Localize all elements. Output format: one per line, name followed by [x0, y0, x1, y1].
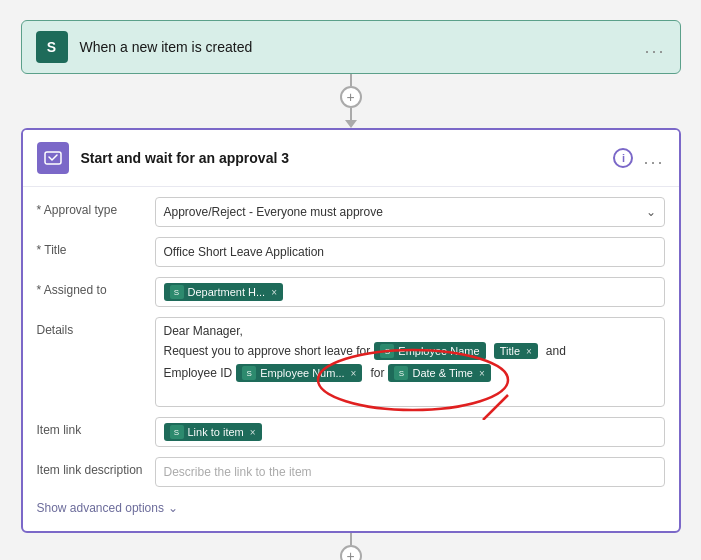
details-dear-manager: Dear Manager, [164, 324, 243, 338]
token-icon-2: S [380, 344, 394, 358]
assigned-to-input[interactable]: S Department H... × [155, 277, 665, 307]
add-step-button-bottom[interactable]: + [340, 545, 362, 560]
token-icon: S [170, 285, 184, 299]
add-step-button-top[interactable]: + [340, 86, 362, 108]
details-line-3: Employee ID S Employee Num... × for S Da… [164, 364, 656, 382]
show-advanced-button[interactable]: Show advanced options ⌄ [37, 497, 665, 521]
details-and-text: and [546, 344, 566, 358]
show-advanced-label: Show advanced options [37, 501, 164, 515]
approval-type-dropdown[interactable]: Approve/Reject - Everyone must approve ⌄ [155, 197, 665, 227]
trigger-icon: S [36, 31, 68, 63]
employee-num-token-close[interactable]: × [351, 368, 357, 379]
item-link-desc-label: Item link description [37, 457, 147, 477]
item-link-input[interactable]: S Link to item × [155, 417, 665, 447]
details-request-text: Request you to approve short leave for [164, 344, 371, 358]
token-icon-5: S [170, 425, 184, 439]
bottom-connector-line [350, 533, 352, 545]
action-header-icons: i ... [613, 148, 664, 169]
top-connector: + [340, 74, 362, 128]
title-label: * Title [37, 237, 147, 257]
details-row: Details Dear Manager, Request you to app… [37, 317, 665, 407]
item-link-token: S Link to item × [164, 423, 262, 441]
title-token: Title × [494, 343, 538, 359]
trigger-title: When a new item is created [80, 39, 633, 55]
item-link-desc-row: Item link description Describe the link … [37, 457, 665, 487]
connector-line-2 [350, 108, 352, 120]
datetime-token-label: Date & Time [412, 367, 473, 379]
assigned-to-token: S Department H... × [164, 283, 283, 301]
item-link-desc-placeholder: Describe the link to the item [164, 465, 312, 479]
employee-num-token-label: Employee Num... [260, 367, 344, 379]
trigger-ellipsis-button[interactable]: ... [644, 37, 665, 58]
info-button[interactable]: i [613, 148, 633, 168]
title-token-label: Title [500, 345, 520, 357]
chevron-down-icon: ⌄ [646, 205, 656, 219]
item-link-token-close[interactable]: × [250, 427, 256, 438]
details-for-text: for [370, 366, 384, 380]
form-body: * Approval type Approve/Reject - Everyon… [23, 187, 679, 531]
datetime-token: S Date & Time × [388, 364, 490, 382]
item-link-row: Item link S Link to item × [37, 417, 665, 447]
assigned-to-token-label: Department H... [188, 286, 266, 298]
item-link-token-label: Link to item [188, 426, 244, 438]
connector-line-1 [350, 74, 352, 86]
assigned-to-row: * Assigned to S Department H... × [37, 277, 665, 307]
bottom-connector: + [340, 533, 362, 560]
details-input[interactable]: Dear Manager, Request you to approve sho… [155, 317, 665, 407]
approval-type-value: Approve/Reject - Everyone must approve [164, 205, 383, 219]
approval-type-row: * Approval type Approve/Reject - Everyon… [37, 197, 665, 227]
action-icon [37, 142, 69, 174]
token-icon-4: S [394, 366, 408, 380]
title-input[interactable]: Office Short Leave Application [155, 237, 665, 267]
chevron-down-icon-2: ⌄ [168, 501, 178, 515]
flow-container: S When a new item is created ... + Start… [21, 20, 681, 560]
details-line-1: Dear Manager, [164, 324, 656, 338]
action-ellipsis-button[interactable]: ... [643, 148, 664, 169]
details-line-2: Request you to approve short leave for S… [164, 342, 656, 360]
assigned-to-token-close[interactable]: × [271, 287, 277, 298]
employee-name-token-label: Employee Name [398, 345, 479, 357]
employee-num-token: S Employee Num... × [236, 364, 362, 382]
action-title: Start and wait for an approval 3 [81, 150, 602, 166]
action-header: Start and wait for an approval 3 i ... [23, 130, 679, 187]
item-link-desc-input[interactable]: Describe the link to the item [155, 457, 665, 487]
approval-type-label: * Approval type [37, 197, 147, 217]
title-value: Office Short Leave Application [164, 245, 325, 259]
datetime-token-close[interactable]: × [479, 368, 485, 379]
connector-arrow [345, 120, 357, 128]
details-employee-id-text: Employee ID [164, 366, 233, 380]
title-token-close[interactable]: × [526, 346, 532, 357]
details-label: Details [37, 317, 147, 337]
action-card: Start and wait for an approval 3 i ... *… [21, 128, 681, 533]
token-icon-3: S [242, 366, 256, 380]
item-link-label: Item link [37, 417, 147, 437]
title-row: * Title Office Short Leave Application [37, 237, 665, 267]
employee-name-token: S Employee Name [374, 342, 485, 360]
trigger-card: S When a new item is created ... [21, 20, 681, 74]
assigned-to-label: * Assigned to [37, 277, 147, 297]
